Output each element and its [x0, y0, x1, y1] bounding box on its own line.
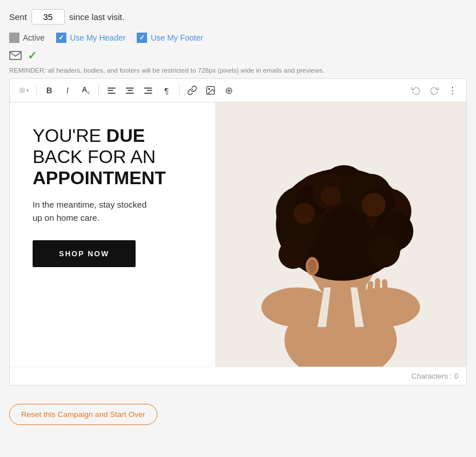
headline-due: DUE	[106, 125, 145, 146]
reset-button[interactable]: Reset this Campaign and Start Over	[9, 404, 157, 425]
editor-toolbar: ❄ ▾ B I A≡	[10, 79, 466, 102]
use-header-label: Use My Header	[70, 33, 125, 42]
menu-dots-icon: ⋮	[448, 85, 457, 96]
italic-icon: I	[66, 86, 69, 95]
paragraph-icon: ¶	[164, 86, 169, 96]
toolbar-sep-2	[98, 85, 99, 96]
status-icons-row: ✓	[9, 49, 467, 62]
paragraph-button[interactable]: ¶	[158, 82, 174, 98]
use-header-checkbox-item[interactable]: Use My Header	[56, 33, 125, 43]
redo-icon	[430, 86, 439, 95]
characters-count-row: Characters : 0	[10, 367, 466, 385]
woman-image	[215, 102, 466, 367]
active-checkbox-item[interactable]: Active	[9, 33, 45, 43]
reset-section: Reset this Campaign and Start Over	[9, 395, 467, 425]
active-label: Active	[23, 33, 45, 42]
more-tools-button[interactable]: ⊕	[221, 82, 237, 98]
bold-icon: B	[46, 86, 52, 95]
options-row: Active Use My Header Use My Footer	[9, 33, 467, 43]
sent-label: Sent	[9, 12, 27, 22]
align-right-button[interactable]	[140, 82, 156, 98]
italic-button[interactable]: I	[60, 82, 76, 98]
since-label: since last visit.	[69, 12, 125, 22]
success-checkmark: ✓	[27, 49, 37, 62]
email-headline: YOU'RE DUE BACK FOR AN APPOINTMENT	[33, 125, 198, 188]
characters-count: Characters : 0	[411, 372, 458, 380]
snowflake-dropdown-arrow: ▾	[26, 88, 29, 93]
svg-point-23	[279, 240, 308, 269]
snowflake-icon: ❄	[18, 85, 26, 96]
align-center-button[interactable]	[122, 82, 138, 98]
use-footer-checkbox[interactable]	[137, 33, 147, 43]
link-button[interactable]	[184, 82, 200, 98]
sent-input[interactable]	[31, 9, 65, 25]
redo-button[interactable]	[426, 82, 442, 98]
image-icon	[205, 85, 216, 96]
sent-row: Sent since last visit.	[9, 9, 467, 25]
headline-appointment: APPOINTMENT	[33, 168, 166, 188]
svg-point-30	[294, 203, 315, 224]
svg-rect-35	[374, 278, 380, 299]
align-center-icon	[126, 88, 134, 94]
bold-button[interactable]: B	[41, 82, 57, 98]
svg-rect-0	[10, 51, 21, 59]
menu-dots-button[interactable]: ⋮	[445, 82, 461, 98]
email-subtext: In the meantime, stay stocked up on home…	[33, 198, 158, 224]
email-preview-area: YOU'RE DUE BACK FOR AN APPOINTMENT In th…	[10, 102, 466, 367]
link-icon	[187, 85, 197, 96]
align-left-icon	[108, 88, 116, 94]
toolbar-sep-1	[36, 85, 37, 96]
svg-point-28	[362, 193, 386, 217]
svg-point-29	[321, 186, 341, 206]
font-size-icon: A≡	[82, 85, 90, 96]
undo-button[interactable]	[408, 82, 424, 98]
toolbar-sep-3	[179, 85, 180, 96]
email-text-section: YOU'RE DUE BACK FOR AN APPOINTMENT In th…	[10, 102, 215, 367]
active-checkbox[interactable]	[9, 33, 19, 43]
email-editor: ❄ ▾ B I A≡	[9, 78, 467, 386]
reminder-text: REMINDER: all headers, bodies, and foote…	[9, 67, 467, 74]
use-footer-label: Use My Footer	[150, 33, 203, 42]
email-icon	[9, 51, 22, 60]
email-preview: YOU'RE DUE BACK FOR AN APPOINTMENT In th…	[10, 102, 466, 367]
align-left-button[interactable]	[104, 82, 120, 98]
svg-point-32	[308, 260, 316, 273]
align-right-icon	[144, 88, 152, 94]
svg-point-21	[367, 235, 400, 268]
use-header-checkbox[interactable]	[56, 33, 66, 43]
more-tools-icon: ⊕	[225, 85, 233, 97]
use-footer-checkbox-item[interactable]: Use My Footer	[137, 33, 203, 43]
image-button[interactable]	[203, 82, 219, 98]
undo-icon	[411, 86, 421, 95]
svg-point-2	[208, 88, 209, 89]
snowflake-button[interactable]: ❄ ▾	[15, 82, 31, 98]
font-size-button[interactable]: A≡	[78, 82, 94, 98]
email-image-section	[215, 102, 466, 367]
shop-now-button[interactable]: SHOP NOW	[33, 240, 136, 267]
